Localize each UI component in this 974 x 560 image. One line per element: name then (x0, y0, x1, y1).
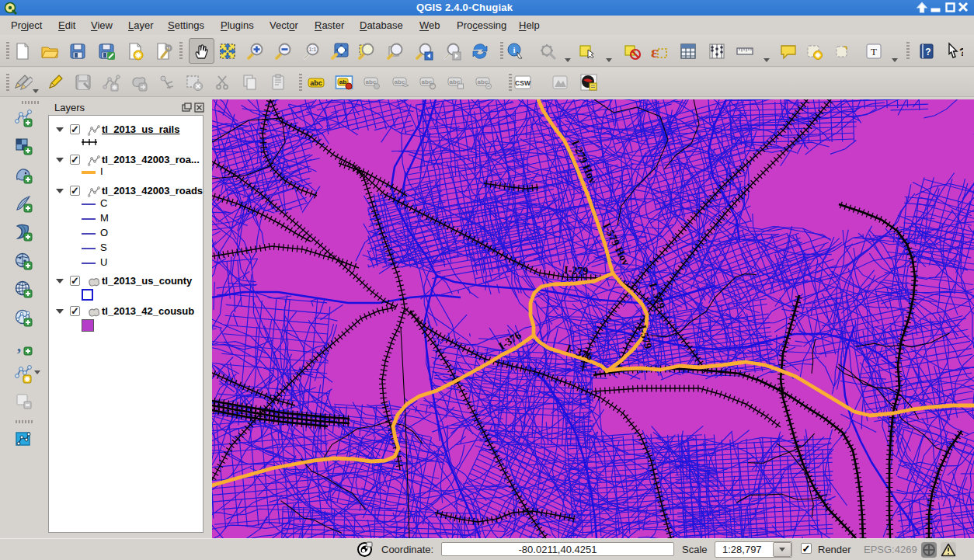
svg-text:?: ? (959, 46, 963, 58)
svg-text:T: T (871, 46, 877, 57)
svg-text:CSW: CSW (515, 79, 531, 87)
svg-text:1:1: 1:1 (309, 47, 317, 52)
svg-text:I-279: I-279 (564, 264, 589, 277)
svg-text:ε: ε (651, 42, 658, 61)
svg-text:abc: abc (310, 79, 322, 87)
svg-text:ab: ab (339, 78, 346, 85)
svg-text:i: i (513, 45, 515, 54)
svg-text:?: ? (925, 47, 931, 57)
svg-text:,: , (17, 337, 21, 354)
